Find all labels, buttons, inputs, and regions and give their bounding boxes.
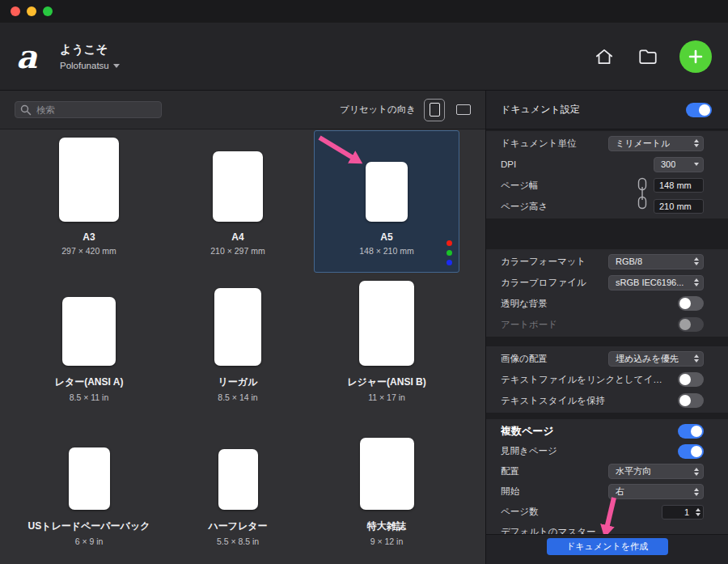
settings-select[interactable]: 水平方向: [608, 464, 704, 479]
preset-size: 210 × 297 mm: [210, 246, 265, 256]
settings-control: 水平方向: [608, 464, 704, 479]
settings-control: 300: [654, 157, 704, 172]
preset-size: 9 × 12 in: [370, 536, 404, 546]
settings-row: 画像の配置 埋め込みを優先: [486, 348, 728, 369]
document-settings-toggle[interactable]: [686, 103, 712, 117]
select-value: 埋め込みを優先: [616, 353, 679, 365]
search-input[interactable]: [15, 101, 162, 118]
settings-title: ドキュメント設定: [501, 103, 580, 117]
settings-toggle[interactable]: [678, 372, 704, 387]
settings-select[interactable]: 300: [654, 157, 704, 172]
chevron-updown-icon: [694, 278, 699, 286]
preset-thumbnail: [218, 449, 258, 510]
settings-label: DPI: [501, 159, 516, 169]
settings-select[interactable]: 埋め込みを優先: [608, 351, 704, 367]
settings-control: 1: [662, 505, 704, 519]
rgb-indicator: [447, 240, 452, 265]
chevron-down-icon: [113, 64, 120, 68]
settings-select[interactable]: RGB/8: [608, 254, 704, 269]
settings-control: RGB/8: [608, 254, 704, 269]
preset-thumbnail-wrap: [166, 419, 310, 510]
preset-thumbnail-wrap: [17, 131, 161, 222]
home-button[interactable]: [592, 45, 616, 69]
settings-row: 複数ページ: [486, 421, 728, 441]
app-window: a ようこそ Polofunatsu プリセットの向き: [0, 0, 728, 564]
settings-stepper[interactable]: 1: [662, 505, 704, 519]
preset-name: 特大雑誌: [367, 519, 406, 533]
new-document-button[interactable]: [679, 40, 712, 73]
zoom-button[interactable]: [43, 6, 53, 16]
preset-size: 8.5 × 14 in: [218, 392, 257, 402]
settings-select[interactable]: sRGB IEC6196...: [608, 275, 704, 290]
minimize-button[interactable]: [27, 6, 36, 16]
preset-name: USトレードペーパーバック: [28, 519, 150, 533]
settings-label: ページ数: [501, 506, 539, 518]
app-header: a ようこそ Polofunatsu: [0, 23, 728, 91]
toggle-knob: [679, 319, 691, 330]
titlebar: [0, 0, 728, 23]
settings-group: 画像の配置 埋め込みを優先 テキストファイルをリンクとしてインポート テキストス…: [486, 346, 728, 413]
settings-row: 配置 水平方向: [486, 461, 728, 481]
select-value: sRGB IEC6196...: [616, 278, 684, 287]
preset-tile[interactable]: リーガル 8.5 × 14 in: [165, 274, 311, 417]
orientation-landscape-button[interactable]: [453, 99, 474, 121]
page-title: ようこそ: [60, 42, 120, 57]
link-dimensions-icon[interactable]: [637, 176, 648, 210]
preset-tile[interactable]: USトレードペーパーバック 6 × 9 in: [16, 418, 162, 561]
settings-toggle[interactable]: [678, 296, 704, 311]
settings-toggle[interactable]: [678, 424, 704, 439]
plus-icon: [688, 49, 703, 64]
settings-control: [678, 424, 704, 439]
preset-tile[interactable]: A5 148 × 210 mm: [314, 130, 459, 273]
preset-tile[interactable]: レジャー(ANSI B) 11 × 17 in: [314, 274, 459, 417]
settings-row: テキストスタイルを保持: [486, 390, 728, 411]
settings-select[interactable]: ミリメートル: [608, 136, 704, 151]
preset-thumbnail-wrap: [315, 275, 459, 366]
preset-tile[interactable]: A4 210 × 297 mm: [165, 130, 311, 273]
settings-toggle[interactable]: [678, 317, 704, 332]
open-file-button[interactable]: [636, 45, 660, 69]
preset-name: リーガル: [218, 375, 258, 389]
preset-thumbnail-wrap: [17, 419, 161, 510]
settings-row: ドキュメント単位 ミリメートル: [486, 133, 728, 154]
settings-input[interactable]: 210 mm: [654, 199, 704, 214]
settings-input[interactable]: 148 mm: [654, 178, 704, 193]
preset-tile[interactable]: A3 297 × 420 mm: [16, 130, 162, 273]
settings-row: アートボード: [486, 314, 728, 335]
settings-toggle[interactable]: [678, 393, 704, 408]
portrait-page-icon: [430, 103, 440, 117]
input-value: 210 mm: [659, 201, 692, 211]
preset-name: A4: [231, 231, 243, 243]
settings-group: 複数ページ 見開きページ 配置 水平方向 開始 右 ページ数 1 デフォルトのマ…: [486, 419, 728, 534]
preset-thumbnail-wrap: [17, 275, 161, 366]
document-settings-panel: ドキュメント設定 ドキュメント単位 ミリメートル DPI 300 ページ幅 14…: [485, 91, 728, 564]
account-menu[interactable]: Polofunatsu: [60, 61, 120, 70]
create-document-button[interactable]: ドキュメントを作成: [547, 538, 668, 555]
select-value: 300: [661, 159, 675, 169]
preset-thumbnail: [62, 297, 116, 366]
preset-size: 5.5 × 8.5 in: [217, 536, 259, 546]
orientation-portrait-button[interactable]: [424, 99, 445, 121]
preset-tile[interactable]: レター(ANSI A) 8.5 × 11 in: [16, 274, 162, 417]
toggle-knob: [699, 104, 710, 116]
preset-tile[interactable]: ハーフレター 5.5 × 8.5 in: [165, 418, 311, 561]
preset-thumbnail: [59, 138, 119, 222]
red-dot: [447, 240, 452, 246]
settings-control: 埋め込みを優先: [608, 351, 704, 367]
settings-row: カラープロファイル sRGB IEC6196...: [486, 272, 728, 293]
settings-select[interactable]: 右: [608, 484, 704, 499]
settings-control: 右: [608, 484, 704, 499]
settings-control: [678, 296, 704, 311]
select-value: RGB/8: [616, 257, 642, 266]
settings-row: DPI 300: [486, 154, 728, 175]
close-button[interactable]: [11, 6, 20, 16]
toggle-knob: [691, 426, 702, 437]
preset-toolbar: プリセットの向き: [0, 91, 485, 129]
preset-tile[interactable]: 特大雑誌 9 × 12 in: [314, 418, 459, 561]
settings-label: 複数ページ: [501, 424, 554, 439]
settings-toggle[interactable]: [678, 444, 704, 459]
home-icon: [594, 46, 615, 67]
chevron-updown-icon: [694, 139, 699, 147]
settings-label: 画像の配置: [501, 353, 548, 365]
preset-name: レター(ANSI A): [55, 375, 124, 389]
